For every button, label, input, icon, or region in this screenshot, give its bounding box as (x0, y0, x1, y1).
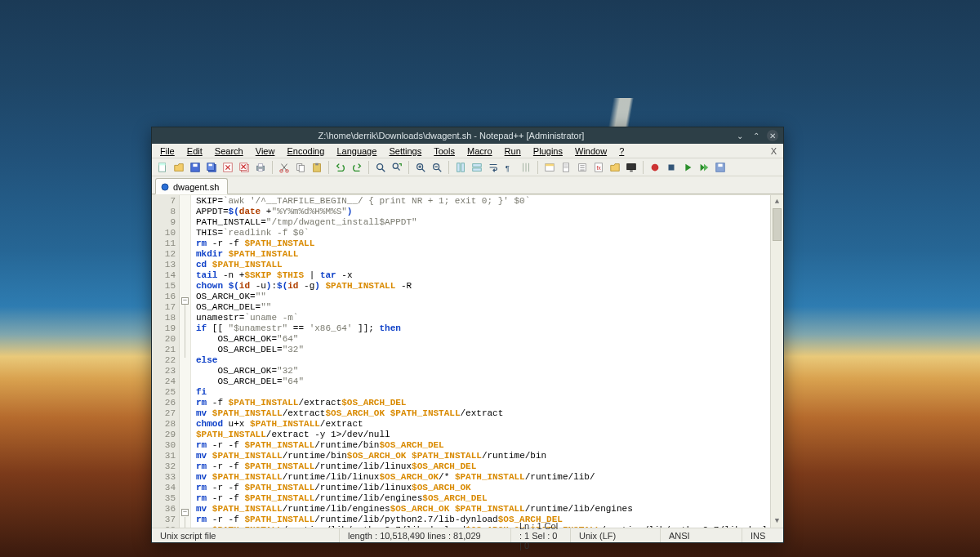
code-line[interactable]: rm -f $PATH_INSTALL/extract$OS_ARCH_DEL (196, 398, 765, 408)
code-line[interactable]: SKIP=`awk '/^__TARFILE_BEGIN__/ { print … (196, 196, 765, 207)
code-line[interactable]: mv $PATH_INSTALL/extract$OS_ARCH_OK $PAT… (196, 408, 765, 419)
fold-cell (180, 517, 190, 528)
code-line[interactable]: chown $(id -u):$(id -g) $PATH_INSTALL -R (196, 281, 765, 292)
fold-cell (180, 367, 190, 375)
status-encoding[interactable]: ANSI (661, 528, 742, 542)
code-line[interactable]: mkdir $PATH_INSTALL (196, 249, 765, 260)
replace-icon[interactable] (390, 160, 404, 175)
code-line[interactable]: rm -r -f $PATH_INSTALL/runtime/lib/pytho… (196, 515, 765, 525)
code-line[interactable]: OS_ARCH_DEL="" (196, 302, 765, 313)
mdi-close-icon[interactable]: X (768, 146, 780, 156)
scroll-thumb[interactable] (773, 208, 782, 241)
menu-file[interactable]: File (155, 145, 180, 158)
code-line[interactable]: $PATH_INSTALL/extract -y 1>/dev/null (196, 430, 765, 440)
code-line[interactable]: else (196, 355, 765, 366)
code-line[interactable]: if [[ "$unamestr" == 'x86_64' ]]; then (196, 323, 765, 334)
save-all-icon[interactable] (204, 160, 219, 175)
indent-guide-icon[interactable] (519, 160, 533, 175)
doc-list-icon[interactable] (575, 160, 590, 175)
record-macro-icon[interactable] (648, 160, 662, 175)
menu-macro[interactable]: Macro (462, 145, 497, 158)
menu-language[interactable]: Language (332, 145, 381, 158)
doc-map-icon[interactable] (559, 160, 573, 175)
code-line[interactable]: OS_ARCH_OK="64" (196, 334, 765, 345)
scroll-up-icon[interactable]: ▲ (771, 195, 783, 208)
menu-view[interactable]: View (251, 145, 280, 158)
close-all-icon[interactable] (237, 160, 252, 175)
code-line[interactable]: rm -r -f $PATH_INSTALL/runtime/lib/linux… (196, 461, 765, 472)
copy-icon[interactable] (293, 160, 308, 175)
code-line[interactable]: THIS=`readlink -f $0` (196, 228, 765, 238)
status-eol[interactable]: Unix (LF) (571, 528, 661, 542)
cut-icon[interactable] (277, 160, 292, 175)
maximize-icon[interactable]: ⌃ (751, 130, 762, 141)
code-line[interactable]: unamestr=`uname -m` (196, 313, 765, 323)
sync-h-icon[interactable] (470, 160, 484, 175)
code-line[interactable]: OS_ARCH_DEL="32" (196, 345, 765, 355)
print-icon[interactable] (253, 160, 268, 175)
svg-rect-6 (209, 163, 212, 166)
code-line[interactable]: rm -r -f $PATH_INSTALL (196, 238, 765, 249)
minimize-icon[interactable]: ⌄ (734, 130, 746, 141)
undo-icon[interactable] (333, 160, 348, 175)
code-line[interactable]: chmod u+x $PATH_INSTALL/extract (196, 419, 765, 430)
menu-search[interactable]: Search (210, 145, 248, 158)
menu-window[interactable]: Window (570, 145, 612, 158)
code-line[interactable]: rm -r -f $PATH_INSTALL/runtime/bin$OS_AR… (196, 440, 765, 451)
code-line[interactable]: rm -r -f $PATH_INSTALL/runtime/lib/engin… (196, 493, 765, 504)
menu-settings[interactable]: Settings (384, 145, 426, 158)
redo-icon[interactable] (350, 160, 364, 175)
play-multi-icon[interactable] (697, 160, 711, 175)
code-line[interactable]: mv $PATH_INSTALL/runtime/bin$OS_ARCH_OK … (196, 451, 765, 461)
play-macro-icon[interactable] (680, 160, 695, 175)
menu-plugins[interactable]: Plugins (528, 145, 568, 158)
code-line[interactable]: OS_ARCH_OK="32" (196, 366, 765, 377)
close-file-icon[interactable] (220, 160, 235, 175)
code-line[interactable]: rm -r -f $PATH_INSTALL/runtime/lib/linux… (196, 483, 765, 493)
new-file-icon[interactable] (155, 160, 170, 175)
sync-v-icon[interactable] (453, 160, 468, 175)
vertical-scrollbar[interactable]: ▲ ▼ (770, 195, 783, 528)
window-titlebar[interactable]: Z:\home\derrik\Downloads\dwagent.sh - No… (152, 127, 783, 144)
open-file-icon[interactable] (172, 160, 186, 175)
tab-dwagent[interactable]: dwagent.sh (155, 178, 228, 194)
save-icon[interactable] (188, 160, 203, 175)
wrap-icon[interactable] (486, 160, 501, 175)
code-line[interactable]: OS_ARCH_DEL="64" (196, 377, 765, 387)
code-line[interactable]: mv $PATH_INSTALL/runtime/lib/engines$OS_… (196, 504, 765, 515)
menu-run[interactable]: Run (500, 145, 526, 158)
show-all-chars-icon[interactable]: ¶ (502, 160, 517, 175)
menu-help[interactable]: ? (614, 145, 629, 158)
stop-macro-icon[interactable] (664, 160, 679, 175)
find-icon[interactable] (373, 160, 388, 175)
fold-cell (180, 425, 190, 433)
zoom-in-icon[interactable] (413, 160, 428, 175)
save-macro-icon[interactable] (713, 160, 728, 175)
code-line[interactable]: OS_ARCH_OK="" (196, 292, 765, 302)
fold-cell (180, 475, 190, 483)
code-line[interactable]: fi (196, 387, 765, 398)
folder-workspace-icon[interactable] (608, 160, 622, 175)
fold-toggle-icon[interactable]: − (181, 297, 189, 305)
zoom-out-icon[interactable] (430, 160, 444, 175)
menu-edit[interactable]: Edit (182, 145, 207, 158)
status-ins[interactable]: INS (742, 528, 783, 542)
func-list-icon[interactable]: fx (591, 160, 606, 175)
svg-rect-41 (630, 170, 633, 172)
fold-cell (180, 213, 190, 221)
monitor-icon[interactable] (624, 160, 639, 175)
scroll-down-icon[interactable]: ▼ (771, 515, 783, 528)
code-line[interactable]: APPDT=$(date +"%Y%m%d%H%M%S") (196, 207, 765, 217)
fold-toggle-icon[interactable]: − (181, 509, 189, 516)
udl-icon[interactable] (542, 160, 557, 175)
close-icon[interactable]: ✕ (767, 130, 778, 141)
app-window: Z:\home\derrik\Downloads\dwagent.sh - No… (151, 127, 784, 543)
menu-tools[interactable]: Tools (429, 145, 460, 158)
paste-icon[interactable] (310, 160, 324, 175)
code-line[interactable]: tail -n +$SKIP $THIS | tar -x (196, 270, 765, 281)
code-line[interactable]: PATH_INSTALL="/tmp/dwagent_install$APPDT… (196, 217, 765, 228)
code-view[interactable]: SKIP=`awk '/^__TARFILE_BEGIN__/ { print … (191, 195, 770, 528)
code-line[interactable]: mv $PATH_INSTALL/runtime/lib/linux$OS_AR… (196, 472, 765, 483)
code-line[interactable]: cd $PATH_INSTALL (196, 260, 765, 270)
menu-encoding[interactable]: Encoding (282, 145, 329, 158)
